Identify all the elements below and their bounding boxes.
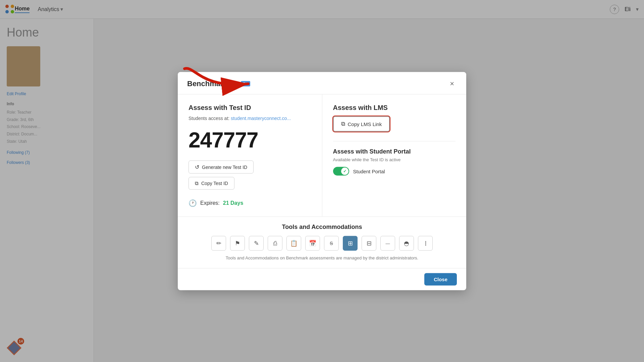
flag-tool-icon[interactable]: ⚑	[230, 236, 245, 251]
toggle-check-icon: ✓	[343, 169, 346, 174]
print-tool-icon[interactable]: ⎙	[268, 236, 282, 251]
student-portal-toggle-label: Student Portal	[353, 168, 385, 174]
edit-tool-icon[interactable]: ✏	[211, 236, 226, 251]
document-tool-icon[interactable]: 📋	[286, 236, 301, 251]
expires-row: 🕐 Expires: 21 Days	[189, 199, 311, 207]
generate-test-id-button[interactable]: ↺ Generate new Test ID	[189, 161, 254, 174]
modal-header: Benchmark 24 EA ×	[178, 72, 466, 95]
protractor-tool-icon[interactable]: ◓	[399, 236, 414, 251]
modal-title: Benchmark 24 EA	[187, 79, 250, 88]
modal-close-button[interactable]: ×	[447, 79, 457, 89]
tools-title: Tools and Accommodations	[187, 224, 457, 231]
expires-value: 21 Days	[223, 200, 244, 206]
left-panel: Assess with Test ID Students access at: …	[178, 95, 322, 217]
modal-title-text: Benchmark 24	[187, 79, 237, 88]
copy-lms-button[interactable]: ⧉ Copy LMS Link	[333, 116, 390, 132]
generate-btn-label: Generate new Test ID	[202, 164, 247, 170]
copy-icon: ⧉	[195, 180, 199, 186]
modal-dialog: Benchmark 24 EA × Assess with Test ID St…	[178, 72, 466, 290]
tools-icons-row: ✏ ⚑ ✎ ⎙ 📋 📅 S ⊞ ⊟ — ◓ ⁞	[187, 236, 457, 251]
student-portal-title: Assess with Student Portal	[333, 148, 456, 155]
refresh-icon: ↺	[195, 164, 199, 170]
student-portal-section: Assess with Student Portal Available whi…	[333, 141, 456, 176]
lms-section: Assess with LMS ⧉ Copy LMS Link	[333, 104, 456, 132]
student-portal-subtitle: Available while the Test ID is active	[333, 157, 456, 162]
calculator-tool-icon[interactable]: ⊞	[343, 236, 358, 251]
copy-lms-label: Copy LMS Link	[348, 121, 382, 127]
student-access-link[interactable]: student.masteryconnect.co...	[231, 116, 291, 121]
modal-body: Assess with Test ID Students access at: …	[178, 95, 466, 217]
tools-note-text: Tools and Accommodations on Benchmark as…	[226, 255, 418, 260]
tools-section: Tools and Accommodations ✏ ⚑ ✎ ⎙ 📋 📅 S ⊞…	[178, 217, 466, 268]
tools-note: Tools and Accommodations on Benchmark as…	[187, 255, 457, 261]
right-panel: Assess with LMS ⧉ Copy LMS Link Assess w…	[322, 95, 467, 217]
lms-copy-icon: ⧉	[341, 121, 345, 127]
ea-badge: EA	[241, 81, 250, 86]
calendar-tool-icon[interactable]: 📅	[305, 236, 320, 251]
close-button[interactable]: Close	[424, 273, 457, 285]
pencil-tool-icon[interactable]: ✎	[249, 236, 264, 251]
copy-test-id-button[interactable]: ⧉ Copy Test ID	[189, 177, 234, 190]
expires-label: Expires:	[200, 200, 220, 206]
action-buttons: ↺ Generate new Test ID ⧉ Copy Test ID	[189, 161, 311, 190]
student-access-label: Students access at:	[189, 116, 229, 121]
clock-icon: 🕐	[189, 199, 197, 207]
toggle-knob: ✓	[341, 168, 348, 175]
ruler-tool-icon[interactable]: —	[380, 236, 395, 251]
assess-test-id-title: Assess with Test ID	[189, 104, 311, 112]
strikethrough-tool-icon[interactable]: S	[324, 236, 339, 251]
grid-tool-icon[interactable]: ⊟	[362, 236, 376, 251]
lms-title: Assess with LMS	[333, 104, 456, 112]
copy-btn-label: Copy Test ID	[201, 181, 228, 186]
toggle-row: ✓ Student Portal	[333, 167, 456, 176]
student-portal-toggle[interactable]: ✓	[333, 167, 349, 176]
student-access-text: Students access at: student.masteryconne…	[189, 116, 311, 121]
modal-footer: Close	[178, 268, 466, 290]
extra-tool-icon[interactable]: ⁞	[418, 236, 433, 251]
test-id-number: 247777	[189, 128, 311, 153]
